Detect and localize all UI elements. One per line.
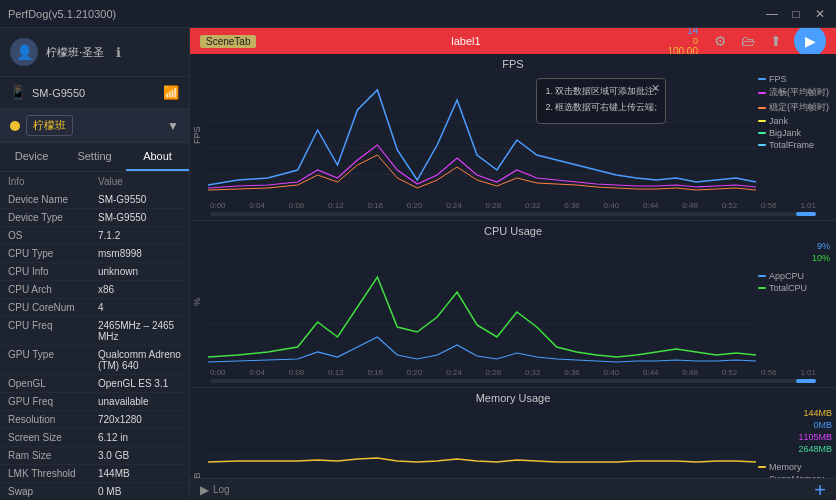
info-row-key: OS: [8, 230, 98, 241]
maximize-button[interactable]: □: [788, 6, 804, 22]
info-row: LMK Threshold144MB: [0, 465, 189, 483]
info-row-val: 3.0 GB: [98, 450, 129, 461]
minimize-button[interactable]: —: [764, 6, 780, 22]
info-row: CPU Infounknown: [0, 263, 189, 281]
info-row: Device TypeSM-G9550: [0, 209, 189, 227]
info-row-val: OpenGL ES 3.1: [98, 378, 168, 389]
add-button[interactable]: +: [814, 480, 826, 500]
memory-legend: 144MB 0MB 1105MB 2648MB Memory SwapMemor…: [756, 404, 836, 478]
app-title: PerfDog(v5.1.210300): [8, 8, 116, 20]
app-left: 柠檬班: [10, 115, 73, 136]
fps-jank-label: Jank: [769, 116, 788, 126]
info-row-key: CPU Arch: [8, 284, 98, 295]
app-dropdown-icon[interactable]: ▼: [167, 119, 179, 133]
wifi-icon: 📶: [163, 85, 179, 100]
info-row: OpenGLOpenGL ES 3.1: [0, 375, 189, 393]
device-info: 📱 SM-G9550: [10, 85, 85, 100]
log-bar: ▶ Log +: [190, 478, 836, 500]
info-row: Device NameSM-G9550: [0, 191, 189, 209]
mem-val-0: 0MB: [758, 420, 834, 430]
title-bar-controls: — □ ✕: [764, 6, 828, 22]
main-layout: 👤 柠檬班·圣圣 ℹ 📱 SM-G9550 📶 柠檬班 ▼ Device Set…: [0, 28, 836, 500]
fps-status: 14 0 100.00: [667, 28, 698, 57]
cpu-scrollbar-thumb[interactable]: [796, 379, 816, 383]
tooltip-line1: 1. 双击数据区域可添加批注;: [545, 85, 657, 98]
fps-stable-dot: [758, 107, 766, 109]
fps-total-label: TotalFrame: [769, 140, 814, 150]
mem-legend-swap: SwapMemory: [758, 474, 834, 478]
memory-y-label: MB: [190, 404, 208, 478]
info-row-val: 7.1.2: [98, 230, 120, 241]
tab-device[interactable]: Device: [0, 143, 63, 171]
info-row-val: unavailable: [98, 396, 149, 407]
tab-about[interactable]: About: [126, 143, 189, 171]
cpu-chart-area: % 9%: [190, 237, 836, 367]
info-row-val: 2465MHz – 2465MHz: [98, 320, 181, 342]
play-button[interactable]: ▶: [794, 28, 826, 57]
fps-chart-section: FPS FPS: [190, 54, 836, 221]
info-row-key: Ram Size: [8, 450, 98, 461]
tooltip-close[interactable]: ✕: [651, 82, 660, 95]
folder-icon[interactable]: 🗁: [738, 31, 758, 51]
info-row-val: 6.12 in: [98, 432, 128, 443]
info-col-val: Value: [98, 176, 123, 187]
info-row-val: 4: [98, 302, 104, 313]
info-rows: Device NameSM-G9550Device TypeSM-G9550OS…: [0, 191, 189, 500]
fps-legend-label: FPS: [769, 74, 787, 84]
info-row: GPU Frequnavailable: [0, 393, 189, 411]
cpu-legend: 9% 10% AppCPU TotalCPU: [756, 237, 836, 367]
fps-scrollbar[interactable]: [210, 212, 816, 216]
log-arrow-icon[interactable]: ▶: [200, 483, 209, 497]
top-right-icons: 14 0 100.00 ⚙ 🗁 ⬆ ▶: [667, 28, 826, 57]
info-row: CPU Typemsm8998: [0, 245, 189, 263]
fps-scrollbar-thumb[interactable]: [796, 212, 816, 216]
info-row-key: Device Type: [8, 212, 98, 223]
info-col-key: Info: [8, 176, 98, 187]
cpu-canvas: [208, 237, 756, 367]
info-row-key: GPU Type: [8, 349, 98, 371]
info-row: Ram Size3.0 GB: [0, 447, 189, 465]
fps-legend-stable: 稳定(平均帧时): [758, 101, 834, 114]
info-row-val: 0 MB: [98, 486, 121, 497]
info-row-key: CPU Info: [8, 266, 98, 277]
fps-legend-smooth: 流畅(平均帧时): [758, 86, 834, 99]
info-row-key: Device Name: [8, 194, 98, 205]
cpu-status-app: 9%: [758, 241, 834, 251]
mem-legend-mem: Memory: [758, 462, 834, 472]
cpu-chart-section: CPU Usage %: [190, 221, 836, 388]
info-row-key: Screen Size: [8, 432, 98, 443]
info-table: Info Value Device NameSM-G9550Device Typ…: [0, 172, 189, 500]
info-row: CPU Archx86: [0, 281, 189, 299]
app-name: 柠檬班: [26, 115, 73, 136]
fps-legend-dot: [758, 78, 766, 80]
sidebar-app[interactable]: 柠檬班 ▼: [0, 109, 189, 143]
device-name: SM-G9550: [32, 87, 85, 99]
cpu-app-dot: [758, 275, 766, 277]
swap-label: SwapMemory: [769, 474, 824, 478]
title-bar: PerfDog(v5.1.210300) — □ ✕: [0, 0, 836, 28]
fps-legend-bigjank: BigJank: [758, 128, 834, 138]
info-header: Info Value: [0, 172, 189, 191]
charts-container: FPS FPS: [190, 54, 836, 478]
fps-total-dot: [758, 144, 766, 146]
info-row-key: Swap: [8, 486, 98, 497]
cpu-legend-app: AppCPU: [758, 271, 834, 281]
device-icon: 📱: [10, 85, 26, 100]
share-icon[interactable]: ⬆: [766, 31, 786, 51]
info-row: Resolution720x1280: [0, 411, 189, 429]
memory-svg: [208, 404, 756, 478]
sidebar-user: 👤 柠檬班·圣圣 ℹ: [0, 28, 189, 77]
fps-y-label: FPS: [190, 70, 208, 200]
info-row-val: SM-G9550: [98, 212, 146, 223]
fps-jank-dot: [758, 120, 766, 122]
content: SceneTab label1 14 0 100.00 ⚙ 🗁 ⬆ ▶ FPS …: [190, 28, 836, 500]
fps-legend-jank: Jank: [758, 116, 834, 126]
info-row-val: 720x1280: [98, 414, 142, 425]
info-icon[interactable]: ℹ: [116, 45, 121, 60]
close-button[interactable]: ✕: [812, 6, 828, 22]
cpu-scrollbar[interactable]: [210, 379, 816, 383]
info-row-val: Qualcomm Adreno (TM) 640: [98, 349, 181, 371]
fps-legend: FPS 流畅(平均帧时) 稳定(平均帧时) Jank: [756, 70, 836, 200]
settings-icon[interactable]: ⚙: [710, 31, 730, 51]
tab-setting[interactable]: Setting: [63, 143, 126, 171]
